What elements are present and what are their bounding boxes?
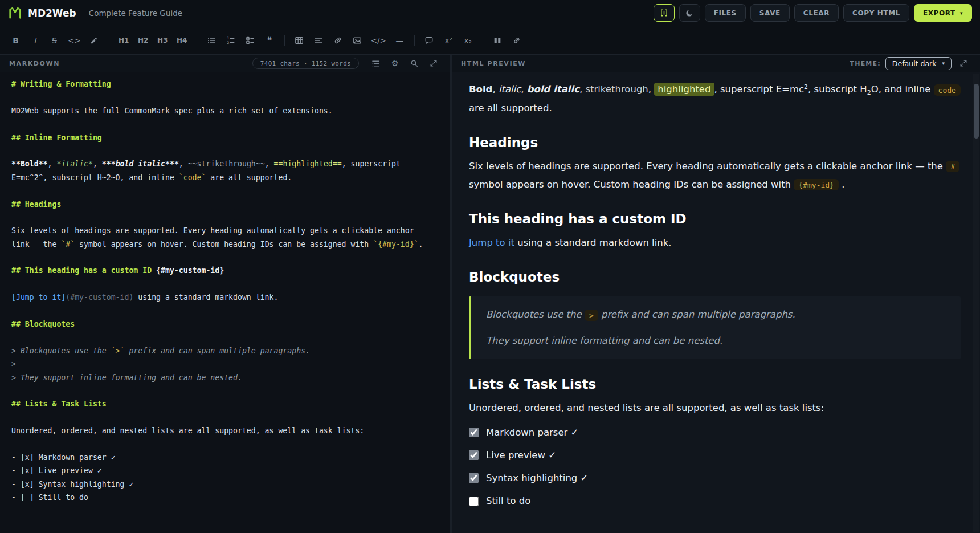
preview-heading: This heading has a custom ID bbox=[469, 211, 961, 228]
preview-pane: HTML PREVIEW THEME: Default dark ▾ Bold,… bbox=[452, 55, 980, 533]
task-list-icon bbox=[246, 36, 255, 45]
ordered-list-button[interactable]: 12 bbox=[222, 31, 240, 49]
heading-3-button[interactable]: H3 bbox=[154, 31, 172, 49]
chevron-down-icon: ▾ bbox=[960, 10, 963, 16]
preview-heading: Lists & Task Lists bbox=[469, 376, 961, 393]
copy-html-button[interactable]: COPY HTML bbox=[843, 4, 909, 22]
image-button[interactable] bbox=[349, 31, 366, 49]
italic-button[interactable]: I bbox=[26, 31, 44, 49]
highlight-button[interactable] bbox=[85, 31, 103, 49]
task-checkbox[interactable] bbox=[469, 497, 479, 506]
split-view: MARKDOWN 7401 chars · 1152 words ⚙ bbox=[0, 55, 980, 533]
editor-line: # Writing & Formatting bbox=[11, 80, 439, 93]
task-item[interactable]: Syntax highlighting ✓ bbox=[469, 469, 961, 487]
heading-1-button[interactable]: H1 bbox=[115, 31, 133, 49]
editor-line: > Blockquotes use the `>` prefix and can… bbox=[11, 347, 439, 360]
editor-line: E=mc^2^, subscript H~2~O, and inline `co… bbox=[11, 173, 439, 186]
editor-line bbox=[11, 307, 439, 320]
scroll-sync-button[interactable] bbox=[508, 31, 526, 49]
editor-line: link — the `#` symbol appears on hover. … bbox=[11, 240, 439, 253]
preview-fullscreen-button[interactable] bbox=[956, 57, 971, 70]
dark-mode-toggle[interactable] bbox=[679, 4, 700, 22]
subscript-button[interactable]: x₂ bbox=[459, 31, 477, 49]
editor-stats-badge: 7401 chars · 1152 words bbox=[252, 58, 359, 69]
editor-line bbox=[11, 440, 439, 453]
blockquote-button[interactable]: ❝ bbox=[261, 31, 279, 49]
table-button[interactable] bbox=[291, 31, 308, 49]
sync-scroll-toggle[interactable] bbox=[654, 4, 675, 22]
heading-2-button[interactable]: H2 bbox=[134, 31, 152, 49]
comment-button[interactable] bbox=[420, 31, 438, 49]
editor-line: Six levels of headings are supported. Ev… bbox=[11, 226, 439, 239]
preview-blockquote: Blockquotes use the > prefix and can spa… bbox=[469, 296, 961, 359]
ordered-list-icon: 12 bbox=[226, 36, 235, 45]
editor-line: ## This heading has a custom ID {#my-cus… bbox=[11, 266, 439, 279]
moon-icon bbox=[685, 9, 694, 18]
task-list: Markdown parser ✓Live preview ✓Syntax hi… bbox=[469, 424, 961, 511]
gear-icon: ⚙ bbox=[391, 59, 399, 68]
markdown-editor[interactable]: # Writing & FormattingMD2Web supports th… bbox=[0, 72, 450, 533]
theme-select[interactable]: Default dark ▾ bbox=[885, 57, 952, 70]
editor-line: - [ ] Still to do bbox=[11, 493, 439, 506]
editor-fullscreen-button[interactable] bbox=[426, 57, 441, 70]
task-checkbox[interactable] bbox=[469, 428, 479, 437]
editor-line: > bbox=[11, 360, 439, 373]
editor-pane-label: MARKDOWN bbox=[9, 60, 60, 67]
preview-scrollbar[interactable] bbox=[973, 74, 979, 532]
task-item[interactable]: Live preview ✓ bbox=[469, 446, 961, 465]
task-label: Still to do bbox=[486, 492, 530, 510]
preview-link[interactable]: Jump to it bbox=[469, 237, 514, 248]
strikethrough-button[interactable]: S bbox=[46, 31, 63, 49]
heading-4-button[interactable]: H4 bbox=[173, 31, 191, 49]
task-label: Markdown parser ✓ bbox=[486, 424, 578, 442]
task-checkbox[interactable] bbox=[469, 450, 479, 460]
align-button[interactable] bbox=[310, 31, 328, 49]
task-list-button[interactable] bbox=[242, 31, 259, 49]
split-view-button[interactable] bbox=[489, 31, 507, 49]
clear-button[interactable]: CLEAR bbox=[794, 4, 839, 22]
brackets-icon bbox=[659, 8, 669, 18]
toolbar-divider bbox=[284, 35, 285, 46]
expand-icon bbox=[959, 59, 967, 67]
preview-pane-tools: THEME: Default dark ▾ bbox=[850, 57, 971, 70]
inline-code-chip: code bbox=[934, 84, 961, 96]
link-button[interactable] bbox=[329, 31, 347, 49]
horizontal-rule-button[interactable]: — bbox=[391, 31, 409, 49]
chain-icon bbox=[512, 36, 521, 45]
app-header: MD2Web Complete Feature Guide FILES SAVE… bbox=[0, 0, 980, 26]
bullet-list-button[interactable] bbox=[203, 31, 220, 49]
editor-line bbox=[11, 93, 439, 106]
editor-settings-button[interactable]: ⚙ bbox=[387, 57, 402, 70]
preview-paragraph: Unordered, ordered, and nested lists are… bbox=[469, 399, 961, 417]
superscript-button[interactable]: x² bbox=[440, 31, 458, 49]
editor-line bbox=[11, 147, 439, 160]
toolbar-divider bbox=[197, 35, 197, 46]
task-checkbox[interactable] bbox=[469, 473, 479, 483]
inline-code-chip: > bbox=[585, 310, 598, 321]
editor-line: - [x] Live preview ✓ bbox=[11, 466, 439, 479]
save-button[interactable]: SAVE bbox=[750, 4, 790, 22]
editor-pane: MARKDOWN 7401 chars · 1152 words ⚙ bbox=[0, 55, 450, 533]
task-item[interactable]: Still to do bbox=[469, 492, 961, 510]
code-block-button[interactable]: </> bbox=[368, 31, 389, 49]
editor-line bbox=[11, 386, 439, 400]
outline-button[interactable] bbox=[368, 57, 383, 70]
search-button[interactable] bbox=[407, 57, 422, 70]
task-label: Live preview ✓ bbox=[486, 446, 556, 465]
html-preview: Bold, italic, bold italic, strikethrough… bbox=[452, 72, 980, 533]
scrollbar-thumb[interactable] bbox=[974, 84, 979, 139]
editor-line: ## Headings bbox=[11, 200, 439, 213]
editor-line bbox=[11, 413, 439, 426]
bold-button[interactable]: B bbox=[7, 31, 24, 49]
highlighter-icon bbox=[89, 36, 99, 45]
split-columns-icon bbox=[493, 36, 502, 45]
formatting-toolbar: B I S <> H1 H2 H3 H4 12 bbox=[0, 26, 980, 55]
inline-code-button[interactable]: <> bbox=[65, 31, 84, 49]
task-item[interactable]: Markdown parser ✓ bbox=[469, 424, 961, 442]
export-button[interactable]: EXPORT ▾ bbox=[914, 4, 972, 22]
app-title: MD2Web bbox=[28, 7, 76, 19]
files-button[interactable]: FILES bbox=[705, 4, 746, 22]
editor-line: > They support inline formatting and can… bbox=[11, 373, 439, 386]
editor-line bbox=[11, 333, 439, 346]
svg-text:2: 2 bbox=[227, 40, 230, 44]
